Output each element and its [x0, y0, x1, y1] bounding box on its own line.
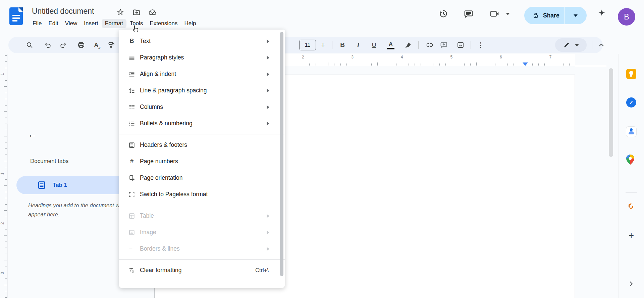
submenu-arrow-icon	[267, 89, 269, 93]
text-color-icon[interactable]: A	[384, 39, 397, 51]
submenu-arrow-icon	[267, 230, 269, 235]
document-scrollbar[interactable]	[609, 68, 613, 157]
ruler-tick	[409, 63, 409, 66]
maps-icon[interactable]	[626, 154, 637, 165]
font-size-input[interactable]: 11	[299, 40, 316, 50]
close-panel-button[interactable]: ←	[25, 127, 40, 142]
menu-item-paragraph-styles[interactable]: Paragraph styles	[119, 49, 285, 66]
menu-item-bullets-numbering[interactable]: Bullets & numbering	[119, 115, 285, 132]
menu-item-align-indent[interactable]: Align & indent	[119, 66, 285, 82]
menu-item-page-orientation[interactable]: Page orientation	[119, 170, 285, 186]
docs-logo-icon[interactable]	[9, 7, 23, 25]
ruler-tick	[359, 63, 359, 66]
bold-icon[interactable]: B	[336, 39, 349, 51]
star-icon[interactable]	[115, 7, 125, 17]
ruler-tick	[322, 63, 322, 66]
highlight-color-icon[interactable]	[402, 39, 415, 51]
increase-font-size-icon[interactable]: +	[317, 39, 329, 51]
paint-format-icon[interactable]	[105, 39, 118, 51]
print-icon[interactable]	[75, 39, 88, 51]
get-addons-plus-icon[interactable]: +	[626, 230, 637, 241]
menubar-item-format[interactable]: Format	[102, 19, 126, 28]
redo-icon[interactable]	[57, 39, 69, 51]
comments-icon[interactable]	[463, 8, 474, 19]
ruler-tick	[4, 260, 7, 260]
ruler-tick	[458, 63, 458, 66]
avatar[interactable]: B	[618, 8, 635, 26]
ruler-tick	[5, 167, 7, 167]
submenu-arrow-icon	[267, 247, 269, 251]
ruler-number: 3	[0, 271, 5, 275]
ruler-tick	[445, 63, 446, 66]
spell-check-icon[interactable]: A✓	[90, 39, 103, 51]
headers-footers-icon	[128, 141, 136, 149]
ruler-tick	[569, 63, 570, 66]
image-icon	[128, 228, 136, 237]
menu-item-columns[interactable]: Columns	[119, 99, 285, 115]
ruler-tick	[495, 63, 495, 66]
submenu-arrow-icon	[267, 72, 269, 76]
share-button[interactable]: Share	[524, 7, 587, 24]
cloud-saved-icon[interactable]	[148, 7, 158, 17]
align-indent-icon	[128, 70, 136, 78]
meet-video-icon[interactable]	[489, 8, 500, 19]
menubar-item-view[interactable]: View	[62, 19, 81, 28]
menu-item-switch-to-pageless-format[interactable]: Switch to Pageless format	[119, 186, 285, 203]
move-folder-icon[interactable]	[131, 7, 142, 17]
italic-icon[interactable]: I	[352, 39, 365, 51]
meet-dropdown-caret-icon[interactable]	[504, 8, 511, 19]
menubar-item-file[interactable]: File	[29, 19, 45, 28]
contacts-icon[interactable]	[626, 126, 637, 137]
menubar-item-insert[interactable]: Insert	[80, 19, 102, 28]
menu-item-line-paragraph-spacing[interactable]: Line & paragraph spacing	[119, 82, 285, 99]
menu-item-image: Image	[119, 224, 285, 241]
ruler-tick	[5, 204, 7, 205]
more-options-icon[interactable]: ⋮	[474, 39, 487, 51]
ruler-tick	[5, 198, 7, 198]
keep-icon[interactable]	[626, 69, 637, 79]
insert-link-icon[interactable]	[423, 39, 436, 51]
hide-side-panel-chevron-icon[interactable]	[627, 280, 635, 288]
gemini-spark-icon[interactable]	[597, 8, 607, 18]
ruler-tick	[464, 63, 465, 66]
menubar-item-extensions[interactable]: Extensions	[146, 19, 181, 28]
menu-item-label: Align & indent	[140, 71, 176, 78]
editing-mode-button[interactable]	[555, 38, 587, 52]
lock-icon	[532, 12, 539, 19]
ruler-tick	[427, 62, 427, 66]
submenu-arrow-icon	[267, 39, 269, 43]
menubar-item-tools[interactable]: Tools	[126, 19, 147, 28]
ruler-tick	[415, 63, 415, 66]
vertical-ruler[interactable]: 1123	[0, 54, 7, 298]
ruler-tick	[439, 63, 440, 66]
menu-item-page-numbers[interactable]: #Page numbers	[119, 153, 285, 170]
add-comment-icon[interactable]	[437, 39, 450, 51]
right-margin-marker[interactable]	[523, 62, 528, 66]
hide-menus-chevron-icon[interactable]	[595, 39, 608, 51]
addon-icon[interactable]	[626, 202, 637, 212]
menubar-item-edit[interactable]: Edit	[45, 19, 61, 28]
version-history-icon[interactable]	[438, 8, 449, 19]
tasks-icon[interactable]: ✓	[626, 97, 637, 108]
search-menus-icon[interactable]	[23, 39, 36, 51]
menu-item-text[interactable]: BText	[119, 33, 285, 49]
menu-item-headers-footers[interactable]: Headers & footers	[119, 137, 285, 153]
ruler-number: 4	[398, 55, 405, 59]
submenu-arrow-icon	[267, 122, 269, 126]
menu-item-clear-formatting[interactable]: Clear formattingCtrl+\	[119, 262, 285, 279]
undo-icon[interactable]	[42, 39, 54, 51]
document-title[interactable]: Untitled document	[32, 7, 94, 16]
ruler-tick	[384, 63, 384, 66]
underline-icon[interactable]: U	[368, 39, 380, 51]
share-dropdown-caret-icon[interactable]	[565, 14, 587, 17]
menubar: FileEditViewInsertFormatToolsExtensionsH…	[29, 18, 199, 29]
ruler-tick	[4, 235, 7, 236]
menubar-item-help[interactable]: Help	[181, 19, 199, 28]
insert-image-icon[interactable]	[454, 39, 467, 51]
menu-scrollbar[interactable]	[280, 32, 283, 276]
bold-icon: B	[128, 37, 136, 45]
pencil-icon	[563, 41, 570, 49]
ruler-tick	[544, 63, 545, 66]
ruler-tick	[371, 63, 372, 66]
mode-caret-icon	[575, 44, 579, 46]
